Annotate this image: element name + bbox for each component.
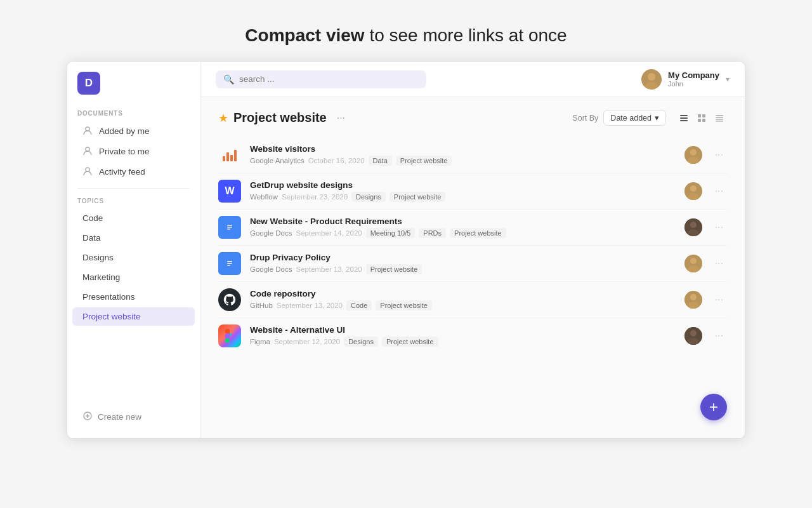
tag-project-website-4: Project website: [376, 300, 432, 311]
svg-point-7: [648, 73, 655, 81]
content-wrapper: ★ Project website ··· Sort By Date added…: [200, 97, 745, 438]
grid-view-button[interactable]: [694, 110, 709, 126]
view-toggles: [676, 110, 727, 126]
sidebar-label-designs: Designs: [82, 253, 114, 262]
tag-data: Data: [369, 156, 392, 166]
tag-designs-1: Designs: [351, 192, 386, 202]
avatar-1: [684, 182, 702, 200]
doc-meta-3: Google Docs September 13, 2020 Project w…: [250, 264, 676, 274]
svg-point-41: [690, 294, 697, 300]
doc-more-button-1[interactable]: ···: [711, 184, 727, 198]
create-new-button[interactable]: Create new: [72, 406, 195, 427]
star-icon: ★: [218, 111, 228, 125]
search-icon: 🔍: [223, 74, 234, 84]
doc-icon-github: [218, 288, 241, 311]
user-company: My Company: [668, 70, 719, 80]
sidebar-label-private-to-me: Private to me: [99, 147, 150, 156]
figma-svg: [223, 329, 236, 343]
svg-point-21: [690, 149, 697, 156]
doc-meta-2: Google Docs September 14, 2020 Meeting 1…: [250, 228, 676, 238]
doc-title-3: Drup Privacy Policy: [250, 253, 676, 262]
doc-more-button-3[interactable]: ···: [711, 257, 727, 271]
github-svg: [223, 293, 237, 307]
avatar-4: [684, 291, 702, 309]
analytics-bars: [223, 149, 237, 161]
sidebar-item-code[interactable]: Code: [72, 209, 195, 227]
sort-value: Date added: [610, 114, 652, 123]
more-options-button[interactable]: ···: [333, 111, 349, 125]
table-row: Drup Privacy Policy Google Docs Septembe…: [218, 246, 727, 282]
doc-icon-figma: [218, 324, 241, 347]
sidebar-item-activity-feed[interactable]: Activity feed: [72, 162, 195, 181]
doc-info-5: Website - Alternative UI Figma September…: [250, 325, 676, 347]
tag-project-website-2: Project website: [450, 228, 506, 238]
svg-rect-34: [227, 261, 232, 262]
sidebar-item-presentations[interactable]: Presentations: [72, 288, 195, 306]
avatar-2: [684, 218, 702, 236]
doc-icon-analytics: [218, 144, 241, 166]
headline-rest: to see more links at once: [365, 25, 567, 45]
svg-rect-13: [702, 114, 705, 117]
document-list: Website visitors Google Analytics Octobe…: [218, 137, 727, 354]
doc-info-4: Code repository GitHub September 13, 202…: [250, 289, 676, 311]
chevron-down-icon: ▾: [726, 75, 730, 84]
tag-project-website-3: Project website: [366, 264, 422, 274]
doc-more-button-5[interactable]: ···: [711, 329, 727, 343]
sidebar-item-data[interactable]: Data: [72, 229, 195, 247]
sidebar-label-code: Code: [82, 213, 103, 223]
doc-title-4: Code repository: [250, 289, 676, 298]
svg-rect-12: [698, 114, 701, 117]
doc-more-button-4[interactable]: ···: [711, 293, 727, 307]
svg-point-1: [86, 147, 89, 151]
sidebar-item-designs[interactable]: Designs: [72, 248, 195, 267]
svg-rect-11: [680, 120, 688, 121]
sidebar-item-marketing[interactable]: Marketing: [72, 268, 195, 286]
lock-person-icon: [82, 146, 93, 156]
sort-label: Sort By: [572, 114, 598, 123]
table-row: Website - Alternative UI Figma September…: [218, 318, 727, 354]
doc-date-0: October 16, 2020: [308, 157, 365, 164]
plus-icon: +: [709, 398, 718, 416]
svg-rect-28: [227, 227, 232, 228]
user-info[interactable]: My Company John ▾: [641, 69, 730, 90]
doc-date-5: September 12, 2020: [274, 338, 340, 345]
sidebar-label-project-website: Project website: [82, 312, 141, 321]
doc-source-4: GitHub: [250, 302, 273, 309]
doc-title-5: Website - Alternative UI: [250, 325, 676, 335]
doc-title-2: New Website - Product Requirements: [250, 217, 676, 226]
fab-button[interactable]: +: [700, 394, 727, 420]
sidebar-item-added-by-me[interactable]: Added by me: [72, 121, 195, 140]
list-view-icon: [679, 113, 689, 123]
svg-rect-16: [716, 115, 723, 116]
doc-info-1: GetDrup website designs Webflow Septembe…: [250, 180, 676, 202]
topics-section-label: TOPICS: [67, 197, 200, 204]
svg-rect-10: [680, 117, 688, 119]
activity-icon: [82, 166, 93, 177]
content-title: Project website: [233, 110, 327, 125]
sort-button[interactable]: Date added ▾: [603, 110, 666, 126]
sidebar-divider: [77, 188, 190, 189]
doc-meta-0: Google Analytics October 16, 2020 Data P…: [250, 156, 676, 166]
sidebar-item-private-to-me[interactable]: Private to me: [72, 142, 195, 161]
search-input[interactable]: [239, 74, 419, 84]
compact-view-button[interactable]: [712, 110, 727, 126]
doc-source-2: Google Docs: [250, 229, 292, 237]
circle-plus-icon: [82, 411, 93, 423]
doc-date-3: September 13, 2020: [296, 265, 362, 273]
tag-meeting: Meeting 10/5: [366, 228, 416, 238]
content-header: ★ Project website ··· Sort By Date added…: [218, 110, 727, 126]
svg-rect-15: [702, 119, 705, 122]
doc-more-button-0[interactable]: ···: [711, 148, 727, 162]
tag-project-website-0: Project website: [396, 156, 452, 166]
sort-area: Sort By Date added ▾: [572, 110, 727, 126]
tag-project-website-5: Project website: [382, 337, 438, 347]
app-header: 🔍 My Company John ▾: [200, 62, 745, 97]
sidebar-item-project-website[interactable]: Project website: [72, 307, 195, 326]
doc-title-0: Website visitors: [250, 144, 676, 154]
doc-more-button-2[interactable]: ···: [711, 220, 727, 234]
list-view-button[interactable]: [676, 110, 691, 126]
doc-meta-5: Figma September 12, 2020 Designs Project…: [250, 337, 676, 347]
search-bar[interactable]: 🔍: [216, 70, 426, 88]
doc-icon-webflow: W: [218, 180, 241, 203]
doc-meta-1: Webflow September 23, 2020 Designs Proje…: [250, 192, 676, 202]
